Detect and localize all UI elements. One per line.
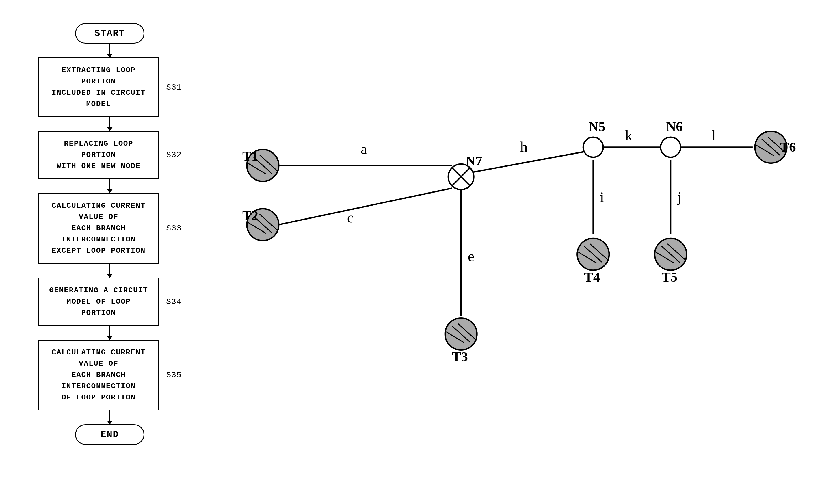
step-s34-box: GENERATING A CIRCUITMODEL OF LOOP PORTIO… [38,278,159,326]
step-s33-row: CALCULATING CURRENT VALUE OFEACH BRANCH … [38,193,181,264]
flowchart: START EXTRACTING LOOP PORTIONINCLUDED IN… [23,17,197,487]
step-s33-box: CALCULATING CURRENT VALUE OFEACH BRANCH … [38,193,159,264]
step-s31-label: S31 [166,83,181,92]
svg-text:e: e [468,248,474,264]
arrow-6 [109,410,110,424]
svg-line-2 [279,188,452,225]
svg-text:N6: N6 [666,119,683,134]
svg-line-6 [472,152,584,172]
svg-text:T2: T2 [242,208,258,223]
step-s32-label: S32 [166,150,181,159]
svg-text:T4: T4 [584,269,600,284]
svg-text:j: j [677,189,681,205]
step-s34-label: S34 [166,297,181,306]
svg-text:c: c [347,209,353,226]
step-s35-box: CALCULATING CURRENT VALUE OFEACH BRANCH … [38,340,159,410]
svg-text:T5: T5 [661,269,677,284]
svg-text:T3: T3 [452,349,468,364]
svg-text:i: i [600,189,604,205]
arrow-2 [109,117,110,131]
circuit-diagram: .wire { stroke: #000; stroke-width: 3; f… [220,17,812,487]
svg-point-22 [660,137,680,157]
step-s33-label: S33 [166,224,181,233]
arrow-3 [109,179,110,193]
arrow-4 [109,264,110,278]
step-s32-box: REPLACING LOOP PORTIONWITH ONE NEW NODE [38,131,159,179]
step-s35-label: S35 [166,370,181,380]
svg-text:l: l [712,127,716,144]
end-node: END [75,424,144,445]
svg-text:T1: T1 [242,149,258,164]
page-container: START EXTRACTING LOOP PORTIONINCLUDED IN… [0,0,835,504]
step-s35-row: CALCULATING CURRENT VALUE OFEACH BRANCH … [38,340,181,410]
step-s31-box: EXTRACTING LOOP PORTIONINCLUDED IN CIRCU… [38,58,159,117]
start-node: START [75,23,144,44]
svg-text:N7: N7 [466,153,482,168]
svg-text:h: h [520,139,527,155]
step-s34-row: GENERATING A CIRCUITMODEL OF LOOP PORTIO… [38,278,181,326]
circuit-svg: .wire { stroke: #000; stroke-width: 3; f… [220,17,812,487]
svg-text:T6: T6 [780,140,796,155]
arrow-1 [109,44,110,58]
svg-text:N5: N5 [589,119,605,134]
svg-text:a: a [361,141,367,157]
svg-point-20 [583,137,603,157]
step-s32-row: REPLACING LOOP PORTIONWITH ONE NEW NODE … [38,131,181,179]
svg-text:k: k [625,127,633,144]
step-s31-row: EXTRACTING LOOP PORTIONINCLUDED IN CIRCU… [38,58,181,117]
arrow-5 [109,326,110,340]
